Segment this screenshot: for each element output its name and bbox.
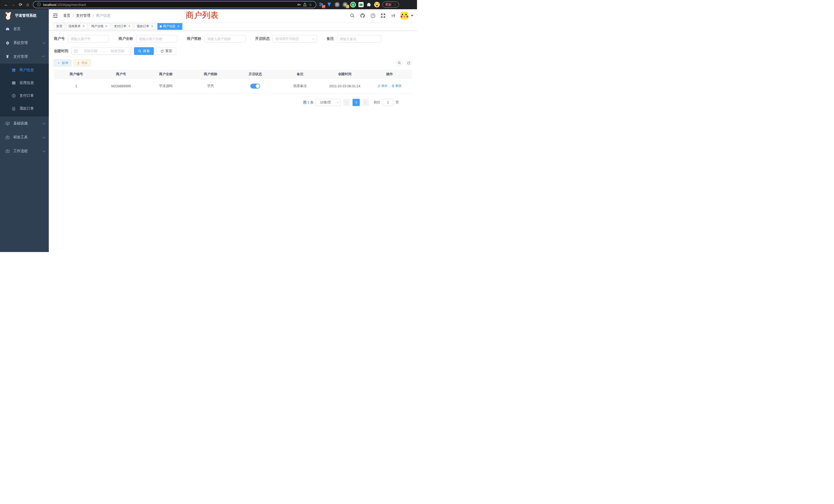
app-header: 首页 / 支付管理 / 商户信息 ? T <box>49 9 417 22</box>
tab-refund-order[interactable]: 退款订单✕ <box>135 23 156 30</box>
short-name-input[interactable] <box>204 35 245 43</box>
chevron-down-icon <box>43 136 45 138</box>
prev-page-button[interactable]: ‹ <box>343 99 350 106</box>
sidebar-item-infra[interactable]: 基础设施 <box>0 116 49 130</box>
tab-user-group[interactable]: 用户分组✕ <box>89 23 110 30</box>
sidebar-item-system[interactable]: 系统管理 <box>0 36 49 50</box>
page-content: 商户号 商户全称 商户简称 开启状态 请选择开启状态 <box>49 31 417 106</box>
extension-recorder-icon[interactable]: 1 <box>342 2 348 7</box>
sidebar-item-dev-tools[interactable]: 研发工具 <box>0 130 49 144</box>
delete-link[interactable]: 删除 <box>392 84 401 88</box>
page-size-select[interactable]: 10条/页 <box>316 99 341 106</box>
full-name-input[interactable] <box>136 35 177 43</box>
browser-menu-icon[interactable]: ⋮ <box>393 3 397 7</box>
sidebar-item-pay[interactable]: ¥ 支付管理 <box>0 50 49 64</box>
reload-icon[interactable]: ⟳ <box>17 1 24 8</box>
refresh-icon[interactable] <box>405 60 412 66</box>
col-header: 商户号 <box>98 70 143 78</box>
goto-page-input[interactable] <box>383 99 393 106</box>
extension-grid-icon[interactable]: ◆ 10 <box>319 2 324 7</box>
filter-row-2: 创建时间 开始日期 - 结束日期 搜索 重置 <box>54 47 412 55</box>
close-icon[interactable]: ✕ <box>105 25 108 28</box>
browser-update-button[interactable]: 更新 ⋮ <box>382 2 399 8</box>
sidebar-item-pay-order[interactable]: ¥ 支付订单 <box>0 89 49 102</box>
close-icon[interactable]: ✕ <box>151 25 154 28</box>
svg-text:?: ? <box>372 14 374 17</box>
date-end-placeholder[interactable]: 结束日期 <box>107 49 128 53</box>
cell-merchant-no: M233666999 <box>98 78 143 93</box>
col-header: 商户编号 <box>54 70 98 78</box>
status-select[interactable]: 请选择开启状态 <box>273 35 317 43</box>
reset-button[interactable]: 重置 <box>156 47 176 55</box>
next-page-button[interactable]: › <box>362 99 369 106</box>
sidebar-item-app-info[interactable]: 应用信息 <box>0 76 49 89</box>
share-icon[interactable] <box>302 2 308 7</box>
avatar[interactable] <box>400 12 408 20</box>
extension-emoji-icon[interactable] <box>374 2 380 7</box>
sidebar-item-workflow[interactable]: 工作流程 <box>0 144 49 158</box>
sidebar-item-label: 支付管理 <box>13 54 43 59</box>
help-icon[interactable]: ? <box>370 13 376 19</box>
password-key-icon[interactable] <box>296 2 302 7</box>
home-icon[interactable]: ⌂ <box>24 1 31 8</box>
status-label: 开启状态 <box>255 37 270 41</box>
remark-input[interactable] <box>337 35 381 43</box>
merchant-no-input[interactable] <box>68 35 109 43</box>
sidebar-item-refund-order[interactable]: 退款订单 <box>0 102 49 115</box>
edit-link[interactable]: 修改 <box>377 84 388 88</box>
extension-y-icon[interactable]: y <box>350 2 356 7</box>
create-time-range-picker[interactable]: 开始日期 - 结束日期 <box>71 47 131 55</box>
pay-submenu: 商户信息 应用信息 ¥ 支付订单 <box>0 64 49 116</box>
extension-chat-icon[interactable] <box>358 2 364 7</box>
status-toggle[interactable] <box>250 84 260 89</box>
chevron-down-icon <box>43 122 45 124</box>
tab-pay-order[interactable]: 支付订单✕ <box>112 23 133 30</box>
search-icon[interactable] <box>349 13 355 19</box>
goto-suffix: 页 <box>396 100 399 105</box>
breadcrumb-home[interactable]: 首页 <box>63 13 70 18</box>
tab-home[interactable]: 首页 <box>54 23 65 30</box>
app-logo-image <box>4 12 12 20</box>
tab-merchant-info[interactable]: 商户信息✕ <box>157 23 182 30</box>
table-toolbar: ＋新增 导出 <box>54 60 412 66</box>
github-icon[interactable] <box>359 13 366 19</box>
site-info-icon[interactable]: ⓘ <box>36 2 42 7</box>
extension-command-icon[interactable]: ⌘ <box>334 2 340 7</box>
extension-gem-icon[interactable] <box>326 2 332 7</box>
short-name-label: 商户简称 <box>187 37 201 41</box>
extensions-puzzle-icon[interactable] <box>366 2 372 7</box>
main-area: 商户列表 首页 / 支付管理 / 商户信息 ? <box>49 9 417 252</box>
sidebar-item-home[interactable]: 首页 <box>0 22 49 36</box>
merchant-no-label: 商户号 <box>54 37 65 41</box>
add-button[interactable]: ＋新增 <box>54 60 71 66</box>
cell-full-name: 芋道源码 <box>144 78 188 93</box>
page-number-button[interactable]: 1 <box>353 99 360 106</box>
close-icon[interactable]: ✕ <box>128 25 131 28</box>
app-logo-row[interactable]: 芋道管理系统 <box>0 9 49 22</box>
breadcrumb-pay[interactable]: 支付管理 <box>76 13 90 18</box>
date-start-placeholder[interactable]: 开始日期 <box>80 49 102 53</box>
export-button[interactable]: 导出 <box>74 60 91 66</box>
bookmark-star-icon[interactable]: ☆ <box>308 2 313 7</box>
header-actions: ? TT <box>349 12 417 20</box>
full-name-label: 商户全称 <box>118 37 133 41</box>
app-title: 芋道管理系统 <box>15 13 37 18</box>
search-button[interactable]: 搜索 <box>134 47 154 55</box>
address-bar[interactable]: ⓘ localhost:1024/pay/merchant ☆ <box>33 1 316 8</box>
forward-icon[interactable]: → <box>10 1 17 8</box>
shop-icon <box>11 68 16 72</box>
tab-process-form[interactable]: 流程表单✕ <box>66 23 88 30</box>
sidebar-item-merchant-info[interactable]: 商户信息 <box>0 64 49 76</box>
toggle-search-icon[interactable] <box>396 60 403 66</box>
fullscreen-icon[interactable] <box>380 13 386 19</box>
sidebar-collapse-icon[interactable] <box>49 9 62 22</box>
chevron-down-icon <box>312 37 315 40</box>
close-icon[interactable]: ✕ <box>177 25 180 28</box>
avatar-caret-icon[interactable] <box>411 15 413 17</box>
calendar-icon <box>74 49 78 53</box>
total-text: 共 1 条 <box>303 100 313 105</box>
back-icon[interactable]: ← <box>3 1 10 8</box>
font-size-icon[interactable]: TT <box>390 13 396 19</box>
close-icon[interactable]: ✕ <box>82 25 85 28</box>
url-path: :1024/pay/merchant <box>56 3 86 7</box>
